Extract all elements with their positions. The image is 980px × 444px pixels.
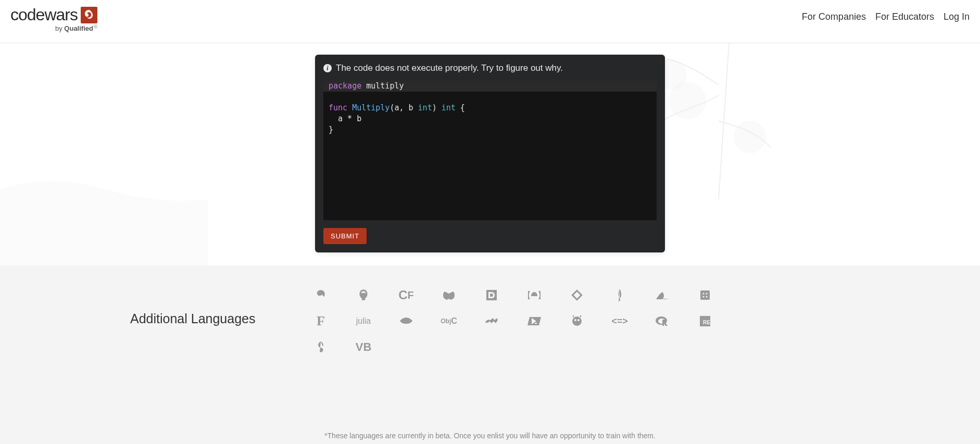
lang-r-icon[interactable]	[655, 315, 670, 327]
languages-footnote: *These languages are currently in beta. …	[324, 432, 656, 440]
lang-grid: CF F julia ObjC <=> RE VB	[299, 282, 726, 360]
lang-elm-icon[interactable]	[655, 290, 670, 300]
nav-log-in[interactable]: Log In	[944, 11, 970, 22]
logo-tagline: by Qualified⊞	[55, 23, 97, 32]
lang-haxe-icon[interactable]	[570, 288, 584, 302]
additional-languages-heading: Additional Languages	[130, 311, 255, 326]
nav-links: For Companies For Educators Log In	[802, 5, 970, 22]
lang-purescript-icon[interactable]: <=>	[611, 316, 628, 327]
lang-erlang-icon[interactable]	[527, 290, 542, 300]
lang-agda-icon[interactable]	[314, 288, 328, 302]
svg-rect-4	[700, 290, 710, 300]
info-icon: i	[323, 64, 332, 72]
lang-powershell-icon[interactable]	[527, 316, 541, 326]
nav-for-educators[interactable]: For Educators	[875, 11, 934, 22]
svg-point-11	[577, 319, 580, 321]
logo-text: codewars	[10, 5, 78, 24]
lang-d-icon[interactable]	[485, 289, 498, 301]
nav-for-companies[interactable]: For Companies	[802, 11, 866, 22]
svg-point-7	[703, 296, 705, 298]
lang-factor-icon[interactable]	[699, 289, 711, 301]
lang-ocaml-icon[interactable]	[484, 316, 499, 326]
main-content: i The code does not execute properly. Tr…	[0, 43, 980, 265]
lang-cfml-icon[interactable]: CF	[398, 288, 414, 302]
lang-solidity-icon[interactable]	[316, 340, 326, 354]
challenge-card: i The code does not execute properly. Tr…	[315, 55, 665, 252]
lang-fortran-icon[interactable]: F	[317, 313, 325, 329]
svg-point-6	[706, 293, 708, 295]
svg-point-5	[703, 293, 705, 295]
submit-button[interactable]: SUBMIT	[323, 228, 367, 244]
challenge-instruction: i The code does not execute properly. Tr…	[323, 63, 657, 73]
svg-point-10	[574, 319, 576, 321]
logo-section[interactable]: codewars by Qualified⊞	[10, 5, 97, 32]
lang-nim-icon[interactable]	[399, 316, 413, 326]
svg-rect-3	[486, 290, 497, 300]
svg-point-2	[734, 121, 765, 153]
header: codewars by Qualified⊞ For Companies For…	[0, 0, 980, 43]
lang-idris-icon[interactable]	[614, 288, 625, 302]
lang-commonlisp-icon[interactable]	[442, 289, 456, 301]
lang-reason-icon[interactable]: RE	[699, 315, 711, 327]
lang-prolog-icon[interactable]	[571, 315, 583, 327]
lang-vb-icon[interactable]: VB	[356, 340, 372, 354]
instruction-text: The code does not execute properly. Try …	[336, 63, 563, 73]
code-editor[interactable]: package multiply func Multiply(a, b int)…	[323, 81, 657, 220]
lang-objc-icon[interactable]: ObjC	[441, 316, 457, 326]
logo-icon	[81, 7, 97, 23]
lang-brainfuck-icon[interactable]	[357, 288, 370, 302]
svg-point-9	[572, 316, 582, 326]
svg-point-0	[669, 82, 706, 119]
svg-text:RE: RE	[703, 320, 710, 325]
svg-point-8	[706, 296, 708, 298]
languages-section: Additional Languages CF F julia ObjC <=>…	[0, 265, 980, 444]
lang-julia-icon[interactable]: julia	[356, 316, 371, 326]
